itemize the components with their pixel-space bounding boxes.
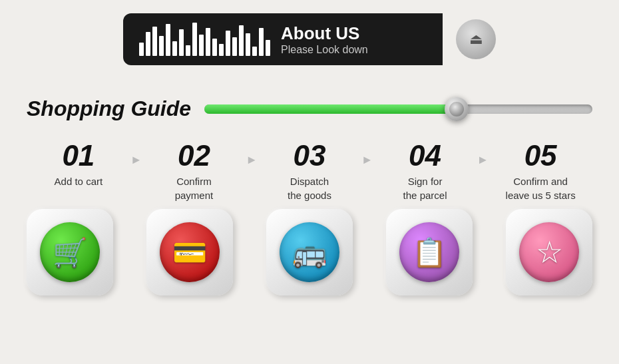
banner-main: About US Please Look down bbox=[123, 13, 443, 65]
payment-icon: 💳 bbox=[172, 236, 207, 269]
banner-title: About US bbox=[281, 23, 368, 44]
step-5-number-row: 05 bbox=[524, 141, 557, 170]
dispatch-circle: 🚌 bbox=[280, 222, 339, 282]
eq-bar-14 bbox=[226, 31, 230, 56]
arrow-1: ► bbox=[130, 141, 142, 167]
eq-bar-9 bbox=[192, 23, 197, 56]
step-4: 04 Sign forthe parcel bbox=[373, 141, 477, 202]
shopping-guide: Shopping Guide 01 Add to cart ► 02 Confi… bbox=[27, 96, 592, 295]
step-2-number-row: 02 bbox=[178, 141, 210, 170]
eject-button[interactable] bbox=[456, 19, 496, 59]
equalizer bbox=[139, 23, 270, 56]
eq-bar-5 bbox=[166, 24, 170, 56]
slider-thumb[interactable] bbox=[445, 97, 469, 121]
step-5-number: 05 bbox=[524, 141, 557, 170]
stars-circle: ☆ bbox=[519, 222, 579, 282]
step-3-number: 03 bbox=[294, 141, 326, 170]
step-1-label: Add to cart bbox=[55, 174, 103, 188]
step-5: 05 Confirm andleave us 5 stars bbox=[489, 141, 592, 202]
arrow-3: ► bbox=[361, 141, 373, 167]
cart-button[interactable]: 🛒 bbox=[27, 209, 113, 295]
arrow-4: ► bbox=[477, 141, 489, 167]
eq-bar-19 bbox=[259, 28, 264, 56]
stars-button[interactable]: ☆ bbox=[506, 209, 592, 295]
eq-bar-15 bbox=[232, 37, 237, 56]
slider-fill bbox=[204, 104, 457, 114]
eq-bar-17 bbox=[246, 33, 250, 56]
eq-bar-20 bbox=[266, 40, 270, 56]
eq-bar-16 bbox=[239, 25, 244, 56]
cart-circle: 🛒 bbox=[40, 222, 100, 282]
dispatch-icon: 🚌 bbox=[292, 236, 327, 269]
banner-text: About US Please Look down bbox=[281, 23, 368, 56]
banner-subtitle: Please Look down bbox=[281, 44, 368, 56]
step-2-label: Confirmpayment bbox=[175, 174, 214, 202]
eq-bar-6 bbox=[172, 41, 177, 56]
header-banner: About US Please Look down bbox=[123, 13, 496, 65]
eq-bar-12 bbox=[212, 39, 217, 56]
dispatch-button[interactable]: 🚌 bbox=[266, 209, 353, 295]
step-3: 03 Dispatchthe goods bbox=[258, 141, 361, 202]
step-4-number-row: 04 bbox=[409, 141, 441, 170]
eq-bar-1 bbox=[139, 43, 144, 56]
eq-bar-2 bbox=[146, 32, 150, 56]
sign-button[interactable]: 📋 bbox=[386, 209, 473, 295]
payment-button[interactable]: 💳 bbox=[146, 209, 233, 295]
eq-bar-8 bbox=[186, 45, 190, 56]
eq-bar-18 bbox=[252, 47, 257, 56]
step-5-label: Confirm andleave us 5 stars bbox=[506, 174, 576, 202]
eq-bar-3 bbox=[152, 27, 157, 56]
eq-bar-11 bbox=[206, 28, 210, 56]
guide-header: Shopping Guide bbox=[27, 96, 592, 121]
sign-icon: 📋 bbox=[412, 236, 447, 269]
step-4-number: 04 bbox=[409, 141, 441, 170]
stars-icon: ☆ bbox=[536, 234, 563, 270]
step-4-label: Sign forthe parcel bbox=[403, 174, 447, 202]
eq-bar-7 bbox=[179, 29, 184, 56]
icons-row: 🛒 💳 🚌 📋 ☆ bbox=[27, 209, 592, 295]
step-1-number-row: 01 bbox=[62, 141, 95, 170]
eq-bar-13 bbox=[219, 44, 224, 56]
sign-circle: 📋 bbox=[399, 222, 459, 282]
steps-container: 01 Add to cart ► 02 Confirmpayment ► 03 … bbox=[27, 141, 592, 202]
cart-icon: 🛒 bbox=[53, 236, 87, 269]
arrow-2: ► bbox=[246, 141, 258, 167]
step-1: 01 Add to cart bbox=[27, 141, 130, 188]
step-3-number-row: 03 bbox=[294, 141, 326, 170]
payment-circle: 💳 bbox=[160, 222, 220, 282]
step-3-label: Dispatchthe goods bbox=[288, 174, 331, 202]
progress-slider[interactable] bbox=[204, 104, 592, 114]
step-1-number: 01 bbox=[62, 141, 95, 170]
step-2-number: 02 bbox=[178, 141, 210, 170]
guide-title: Shopping Guide bbox=[27, 96, 191, 121]
eq-bar-4 bbox=[159, 36, 164, 56]
eq-bar-10 bbox=[199, 35, 204, 56]
step-2: 02 Confirmpayment bbox=[142, 141, 246, 202]
